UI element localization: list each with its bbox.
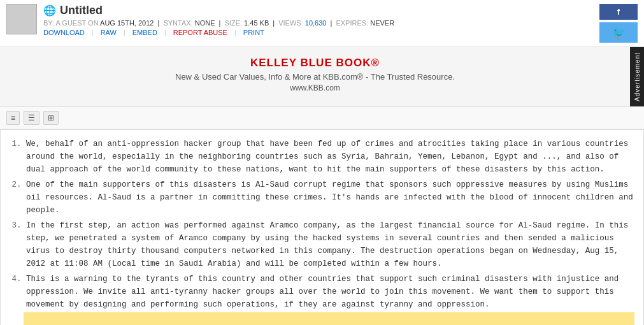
views-label: VIEWS: <box>278 19 303 27</box>
expires-value: NEVER <box>370 19 394 27</box>
syntax-label: SYNTAX: <box>163 19 192 27</box>
report-abuse-link[interactable]: REPORT ABUSE <box>173 29 227 36</box>
content-toolbar: ≡ ☰ ⊞ <box>0 107 644 129</box>
list-item: One of the main supporters of this disas… <box>26 177 637 218</box>
twitter-icon: 🐦 <box>612 26 626 39</box>
ad-url: www.KBB.com <box>13 83 617 92</box>
ad-content[interactable]: KELLEY BLUE BOOK® New & Used Car Values,… <box>0 47 630 106</box>
embed-link[interactable]: EMBED <box>132 29 157 36</box>
facebook-button[interactable]: f <box>599 4 638 20</box>
title-row: 🌐 Untitled <box>43 4 394 17</box>
header-info: 🌐 Untitled BY: A GUEST ON AUG 15TH, 2012… <box>43 4 394 36</box>
ad-title: KELLEY BLUE BOOK® <box>13 57 617 69</box>
download-link[interactable]: DOWNLOAD <box>43 29 85 36</box>
content-area: We, behalf of an anti-oppression hacker … <box>0 129 644 325</box>
ad-banner: KELLEY BLUE BOOK® New & Used Car Values,… <box>0 47 644 107</box>
expires-label: EXPIRES: <box>336 19 368 27</box>
header-left: 🌐 Untitled BY: A GUEST ON AUG 15TH, 2012… <box>6 4 394 36</box>
globe-icon: 🌐 <box>43 4 56 17</box>
size-value: 1.45 KB <box>244 19 269 27</box>
header: 🌐 Untitled BY: A GUEST ON AUG 15TH, 2012… <box>0 0 644 47</box>
toolbar-btn-raw[interactable]: ☰ <box>24 111 39 125</box>
avatar <box>6 4 37 34</box>
twitter-button[interactable]: 🐦 <box>599 22 638 43</box>
actions-row: DOWNLOAD | RAW | EMBED | REPORT ABUSE | … <box>43 29 394 36</box>
toolbar-btn-grid[interactable]: ⊞ <box>43 111 59 125</box>
list-item: We, behalf of an anti-oppression hacker … <box>26 136 637 177</box>
ad-label: Advertisement <box>630 47 644 106</box>
content-list: We, behalf of an anti-oppression hacker … <box>13 136 637 325</box>
toolbar-btn-list[interactable]: ≡ <box>6 111 20 125</box>
author-date: AUG 15TH, 2012 <box>100 19 154 27</box>
size-label: SIZE: <box>225 19 243 27</box>
views-value[interactable]: 10,630 <box>305 19 327 27</box>
list-item: In the first step, an action was perform… <box>26 218 637 271</box>
meta-row: BY: A GUEST ON AUG 15TH, 2012 | SYNTAX: … <box>43 19 394 27</box>
header-right: f 🐦 <box>599 4 638 43</box>
ad-subtitle: New & Used Car Values, Info & More at KB… <box>13 72 617 82</box>
syntax-value: NONE <box>195 19 215 27</box>
page-title: Untitled <box>60 4 103 17</box>
raw-link[interactable]: RAW <box>101 29 117 36</box>
print-link[interactable]: PRINT <box>243 29 264 36</box>
author-label: BY: A GUEST ON <box>43 19 99 27</box>
list-item: This is a warning to the tyrants of this… <box>26 271 637 312</box>
list-item <box>24 312 634 325</box>
